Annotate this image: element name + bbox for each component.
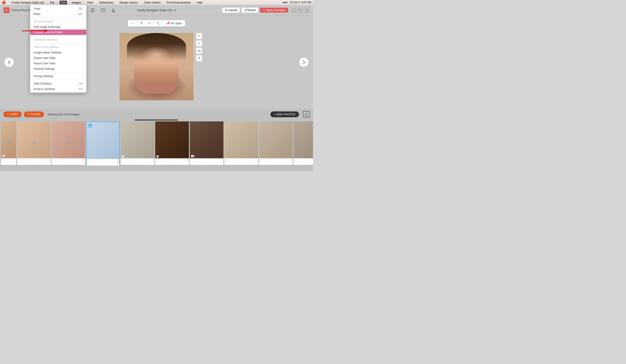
edit-picker-icon[interactable]: ⚗ [196,55,202,61]
divider [137,22,137,25]
heart-icon[interactable]: ♡ [255,160,257,163]
text-btn[interactable]: T [139,21,144,26]
sort-button[interactable]: SORT [3,111,22,117]
menu-item-pricing[interactable]: Pricing Settings [30,73,86,79]
star-rating: ☆☆☆☆☆ [294,160,305,163]
heart-icon[interactable]: ♡ [82,160,84,163]
book-badge: 📖 [2,154,5,158]
menu-item-import-settings[interactable]: Image Import Settings [30,50,86,55]
svg-point-11 [113,9,114,10]
pin-style-btn[interactable]: 📌 Pin Style [164,21,183,26]
apple-menu[interactable]: 🍎 [2,0,6,4]
menubar-slideshows[interactable]: Slideshows [98,1,115,4]
menubar-edit[interactable]: Edit [60,1,67,4]
heart-icon[interactable]: ♡ [48,160,50,163]
thumbnail-item[interactable]: ☆☆☆☆☆ ♡ 🔗 [51,121,85,165]
revert-icon: ↺ [244,8,246,12]
thumbnail-item[interactable]: ☆☆☆☆☆ ♡ 📖 🔗 [1,121,16,165]
heart-icon[interactable]: ♡ [151,160,154,163]
export-icon[interactable] [304,8,310,13]
heart-icon[interactable]: ♥ [117,161,118,164]
edit-rotate-icon[interactable]: ↻ [196,40,202,46]
thumbnail-item[interactable]: ☆☆☆☆☆ ♡ ▣ [121,121,154,165]
divider4 [163,22,163,25]
menu-shortcut-emoji: fnE [79,88,83,91]
nav-prev-button[interactable] [4,58,14,67]
menu-label-choose-editor: Choose External Editor [34,31,63,34]
toolbar-extra-icons [291,8,310,13]
x-icon: ✕ [225,8,227,12]
thumbnail-item[interactable]: ☆☆☆☆☆ ♡ [293,121,313,165]
cancel-button[interactable]: ✕ Cancel [222,7,240,13]
menubar-app[interactable]: Fundy Designer Suite v10 [10,1,45,4]
divider3 [153,22,154,25]
menu-separator2 [30,36,86,36]
menu-item-export-data[interactable]: Export User Data [30,55,86,61]
menu-item-dictation[interactable]: Start Dictation... fnD [30,81,86,86]
menubar-client-orders[interactable]: Client Orders [143,1,162,4]
menubar-file[interactable]: File [49,1,56,4]
card-icon[interactable] [100,7,107,14]
clock: Fri Jun 3 9:47 AM [290,1,311,4]
thumbnail-item-selected[interactable]: ☆☆☆☆☆ ♥ 1 [86,121,120,165]
menu-label-export-data: Export User Data [34,56,55,60]
menubar-help[interactable]: Help [196,1,204,4]
heart-icon[interactable]: ♡ [13,160,15,163]
link-badge: 🔗 [6,141,11,146]
thumbnails-row: ☆☆☆☆☆ ♡ 📖 🔗 ☆☆☆☆☆ ♡ 🔗 ☆☆☆☆☆ ♡ 🔗 [0,121,313,167]
add-photos-button[interactable]: + ADD PHOTOS [270,111,299,117]
menu-label-pricing: Pricing Settings [34,74,53,78]
filter-button[interactable]: FILTER [24,111,44,117]
menu-label-redo: Redo [34,12,40,16]
menu-label-general-settings: General Settings [34,67,55,70]
minus-btn[interactable]: — [130,21,136,26]
nav-next-button[interactable] [299,58,309,67]
edit-icons-panel: ✏️ ↻ BW ⚗ [196,33,202,61]
svg-rect-12 [112,11,115,11]
apply-changes-button[interactable]: ✓ Apply Changes [260,8,288,13]
menubar-view[interactable]: View [86,1,95,4]
menubar-design-library[interactable]: Design Library [118,1,139,4]
menu-shortcut-undo: ⌘Z [79,7,83,10]
menu-item-redo[interactable]: Redo ⇧⌘Z [30,11,86,17]
svg-rect-9 [101,9,105,12]
menu-item-general-settings[interactable]: General Settings [30,66,86,72]
thumbnail-item[interactable]: ☆☆☆☆☆ ♡ 📖 [190,121,224,165]
heart-icon[interactable]: ♡ [220,160,223,163]
book-badge: 📖 [191,154,194,158]
filmstrip-controls: SORT FILTER Showing 54 of 54 images + AD… [0,109,313,119]
menu-label-retouch: Retouch Image [34,20,53,23]
menu-separator5 [30,80,86,80]
svg-text:✦: ✦ [5,9,8,12]
hash-btn[interactable]: # [147,21,152,26]
tool-btn[interactable]: 🔧 [155,21,162,26]
heart-icon[interactable]: ♡ [186,160,188,163]
menu-item-emoji[interactable]: Emoji & Symbols fnE [30,86,86,92]
menu-label-dictation: Start Dictation... [34,82,54,85]
menu-label-emoji: Emoji & Symbols [34,87,55,91]
filmstrip-export-icon[interactable] [303,111,310,117]
menu-item-choose-editor[interactable]: Choose External Editor [30,30,86,35]
fullscreen-icon[interactable] [291,8,297,13]
menubar-pro[interactable]: Pro Enhancements [165,1,192,4]
thumbnail-item[interactable]: ☆☆☆☆☆ ♡ [224,121,258,165]
thumbnail-item[interactable]: ☆☆☆☆☆ ♡ [259,121,293,165]
edit-bw-icon[interactable]: BW [196,48,202,54]
menubar-images[interactable]: Images [71,1,82,4]
edit-pencil-icon[interactable]: ✏️ [196,33,202,39]
stamp-icon[interactable] [110,7,117,14]
app-logo: ✦ [3,7,9,13]
search-icon[interactable] [298,8,303,13]
menu-item-edit-external[interactable]: Edit Image Externally [30,24,86,30]
star-rating: ☆☆☆☆☆ [225,160,236,163]
divider2 [145,22,145,25]
thumbnail-item[interactable]: ☆☆☆☆☆ ♡ ▣ [155,121,189,165]
menu-separator4 [30,72,86,73]
showing-count: Showing 54 of 54 images [48,113,79,116]
book-icon[interactable] [89,7,96,14]
revert-button[interactable]: ↺ Revert [241,7,258,13]
menu-item-import-data[interactable]: Import User Data [30,61,86,66]
heart-icon[interactable]: ♡ [290,160,292,163]
menu-item-undo[interactable]: Undo ⌘Z [30,6,86,11]
thumbnail-item[interactable]: ☆☆☆☆☆ ♡ 🔗 [17,121,51,165]
